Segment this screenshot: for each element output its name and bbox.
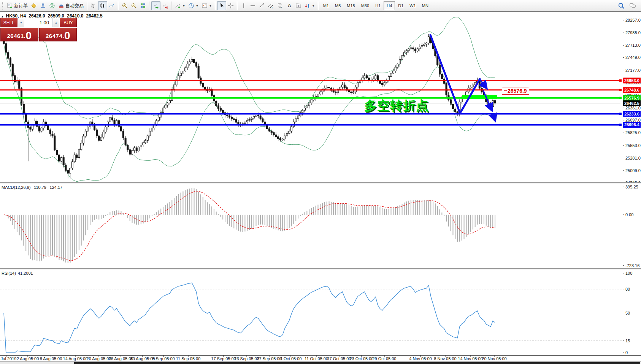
- candle-body: [111, 118, 113, 120]
- arrows-icon: [305, 3, 311, 9]
- svg-text:E: E: [272, 6, 273, 9]
- timeframe-w1[interactable]: W1: [406, 1, 419, 10]
- volume-input[interactable]: 1.00: [25, 18, 52, 27]
- candle-body: [162, 108, 164, 112]
- new-order-button[interactable]: 新订单: [5, 1, 29, 10]
- indicators-button[interactable]: ▼: [173, 1, 187, 10]
- tile-windows-button[interactable]: [138, 1, 148, 10]
- buy-price[interactable]: 26474.0: [39, 28, 77, 41]
- time-label: 26 Aug 05:00: [109, 356, 133, 361]
- macd-axis-label: -723.16: [625, 263, 639, 268]
- search-button[interactable]: [616, 1, 626, 10]
- signals-button[interactable]: [48, 1, 57, 10]
- sell-button[interactable]: SELL: [0, 18, 17, 27]
- timeframe-h4[interactable]: H4: [384, 1, 395, 10]
- candle-body: [229, 116, 230, 117]
- fibonacci-button[interactable]: F: [276, 1, 285, 10]
- candlestick-chart-button[interactable]: [98, 1, 107, 10]
- horizontal-scrollbar[interactable]: [0, 361, 641, 364]
- equidistant-channel-button[interactable]: E: [267, 1, 276, 10]
- candle-body: [326, 87, 328, 88]
- candle-body: [302, 110, 303, 112]
- trend-line-button[interactable]: [257, 1, 267, 10]
- candle-body: [180, 73, 182, 76]
- candle-body: [335, 92, 336, 93]
- accounts-button[interactable]: [38, 1, 48, 10]
- candle-body: [182, 71, 184, 73]
- dash-icon: [504, 90, 507, 91]
- timeframe-m15[interactable]: M15: [344, 1, 358, 10]
- candle-body: [120, 127, 122, 131]
- candle-body: [67, 171, 69, 173]
- time-label: 4 Nov 05:00: [409, 356, 432, 361]
- time-label: 8 Aug 05:00: [40, 356, 62, 361]
- candle-body: [443, 79, 445, 83]
- toolbar-separator: [149, 2, 150, 10]
- time-label: 14 Aug 05:00: [63, 356, 88, 361]
- pane-separator[interactable]: [0, 268, 641, 270]
- arrows-button[interactable]: ▼: [303, 1, 316, 10]
- candle-body: [392, 71, 394, 73]
- candle-body: [492, 101, 493, 107]
- timeframe-d1[interactable]: D1: [395, 1, 406, 10]
- zoom-in-button[interactable]: [120, 1, 129, 10]
- price-annotation-label: 26576.9: [502, 87, 529, 95]
- chart-canvas[interactable]: 28257.027985.027713.027449.027177.026905…: [0, 0, 641, 364]
- candle-body: [149, 131, 151, 136]
- zoom-out-button[interactable]: [129, 1, 138, 10]
- level-endpoint-marker: [619, 79, 622, 82]
- candle-body: [289, 131, 290, 133]
- bar-chart-button[interactable]: [89, 1, 98, 10]
- price-level-box-label: 26462.5: [624, 101, 639, 106]
- sell-price-big-digit: 0: [25, 31, 32, 40]
- candle-body: [36, 121, 38, 127]
- time-label: 20 Nov 05:00: [482, 356, 506, 361]
- periods-button[interactable]: ▼: [187, 1, 200, 10]
- horizontal-line-button[interactable]: [248, 1, 257, 10]
- macd-pane: [4, 188, 495, 263]
- candle-body: [333, 90, 334, 92]
- candle-body: [470, 87, 471, 88]
- metals-button[interactable]: [29, 1, 38, 10]
- candlestick-chart-icon: [100, 3, 106, 9]
- buy-price-int: 26474.: [46, 33, 64, 39]
- timeframe-m5[interactable]: M5: [332, 1, 344, 10]
- chat-button[interactable]: [628, 1, 638, 10]
- candle-body: [122, 131, 124, 138]
- text-button[interactable]: A: [285, 1, 294, 10]
- crosshair-button[interactable]: [226, 1, 235, 10]
- timeframe-mn[interactable]: MN: [419, 1, 432, 10]
- autotrade-button[interactable]: 自动交易: [57, 1, 85, 10]
- candle-body: [38, 127, 40, 131]
- candle-body: [377, 76, 379, 81]
- candle-body: [403, 52, 405, 56]
- chart-shift-button[interactable]: [160, 1, 170, 10]
- timeframe-m1[interactable]: M1: [320, 1, 332, 10]
- candle-body: [401, 55, 403, 59]
- cursor-button[interactable]: [217, 1, 226, 10]
- buy-button[interactable]: BUY: [60, 18, 77, 27]
- candle-body: [151, 128, 153, 131]
- vertical-line-button[interactable]: [239, 1, 248, 10]
- candle-body: [324, 88, 325, 90]
- auto-scroll-button[interactable]: [151, 1, 160, 10]
- scrollbar-thumb[interactable]: [74, 362, 640, 364]
- timeframe-h1[interactable]: H1: [372, 1, 384, 10]
- toolbar-separator: [118, 2, 119, 10]
- line-chart-button[interactable]: [107, 1, 116, 10]
- sell-price[interactable]: 26461.0: [0, 28, 38, 41]
- one-click-trading-panel: SELL ▼ 1.00 ▲ BUY 26461.0 26474.0: [0, 18, 77, 41]
- macd-axis-label: 395.25: [625, 185, 638, 189]
- templates-button[interactable]: ▼: [200, 1, 213, 10]
- volume-up-button[interactable]: ▲: [53, 18, 59, 27]
- volume-down-button[interactable]: ▼: [18, 18, 24, 27]
- candle-body: [144, 140, 146, 142]
- candle-body: [450, 100, 452, 104]
- text-label-button[interactable]: T: [294, 1, 303, 10]
- candle-body: [249, 120, 250, 120]
- timeframe-m30[interactable]: M30: [358, 1, 372, 10]
- candle-body: [23, 104, 24, 114]
- pane-separator[interactable]: [0, 182, 641, 184]
- price-level-box-label: 25996.4: [624, 122, 640, 127]
- candle-body: [105, 127, 106, 132]
